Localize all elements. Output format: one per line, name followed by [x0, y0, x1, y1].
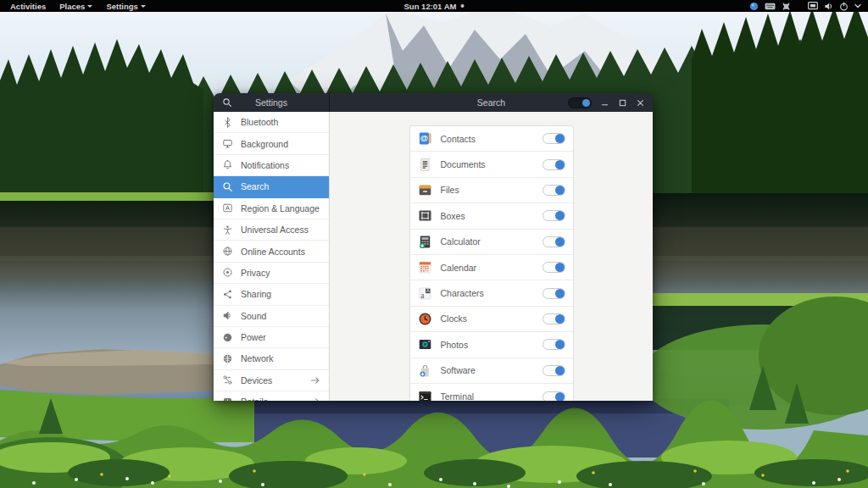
headerbar-search-button[interactable] — [221, 97, 233, 108]
arrow-right-icon — [310, 397, 320, 401]
app-search-toggle[interactable] — [542, 288, 565, 299]
app-search-toggle[interactable] — [542, 262, 565, 273]
sidebar-item-label: Search — [241, 181, 269, 191]
toggle-knob — [555, 211, 565, 220]
app-label: Calendar — [441, 263, 534, 273]
chevron-down-icon[interactable] — [854, 3, 861, 8]
app-icon — [418, 286, 432, 301]
app-icon — [418, 363, 432, 378]
sidebar-item[interactable]: Online Accounts — [214, 241, 329, 262]
sidebar-item-label: Details — [241, 396, 268, 401]
search-app-row[interactable]: Terminal — [410, 384, 573, 401]
sidebar-item[interactable]: Devices — [214, 370, 329, 391]
top-bar-menu-item[interactable]: Settings — [99, 0, 152, 12]
app-search-toggle[interactable] — [542, 339, 565, 350]
sidebar-item-label: Bluetooth — [241, 117, 278, 127]
sidebar-item[interactable]: Power — [214, 327, 329, 348]
app-label: Clocks — [441, 313, 534, 324]
sidebar-item[interactable]: Sharing — [214, 284, 329, 305]
top-bar-menu-item[interactable]: Places — [53, 0, 99, 12]
search-app-row[interactable]: Characters — [410, 280, 573, 306]
toggle-knob — [555, 289, 565, 298]
search-app-row[interactable]: Contacts — [410, 126, 573, 152]
sidebar-item-icon — [222, 396, 233, 401]
maximize-button[interactable] — [618, 93, 627, 112]
app-label: Files — [441, 185, 534, 195]
app-icon — [418, 235, 432, 249]
search-master-toggle[interactable] — [568, 97, 592, 108]
app-label: Contacts — [441, 134, 534, 144]
top-bar: Activities Places Settings Sun 12:01 AM — [0, 0, 868, 12]
search-app-row[interactable]: Boxes — [410, 203, 573, 229]
sidebar-item[interactable]: Bluetooth — [214, 112, 329, 133]
search-app-row[interactable]: Calendar — [410, 255, 573, 280]
app-search-toggle[interactable] — [542, 313, 565, 324]
power-icon[interactable] — [839, 2, 849, 11]
minimize-button[interactable] — [600, 93, 609, 112]
sidebar-item-icon — [222, 117, 233, 128]
app-search-toggle[interactable] — [542, 133, 565, 144]
app-label: Documents — [441, 159, 534, 169]
sidebar-item[interactable]: Sound — [214, 306, 329, 327]
headerbar-main-section: Search — [330, 93, 653, 112]
sidebar-item[interactable]: Network — [214, 348, 329, 369]
sidebar-item-icon — [222, 246, 233, 257]
sidebar-item[interactable]: Details — [214, 391, 329, 401]
close-button[interactable] — [636, 93, 645, 112]
menu-label: Activities — [10, 2, 46, 11]
volume-icon[interactable] — [824, 2, 833, 11]
sidebar-item-label: Online Accounts — [241, 247, 305, 257]
sidebar-item[interactable]: Privacy — [214, 263, 329, 284]
tray-blue-orb-icon[interactable] — [749, 2, 759, 11]
toggle-knob — [555, 340, 565, 349]
settings-window: Settings Search — [214, 93, 653, 401]
sidebar-item-icon — [222, 202, 233, 214]
app-label: Calculator — [441, 236, 534, 247]
sidebar-item-icon — [222, 289, 233, 300]
app-label: Photos — [441, 340, 534, 350]
sidebar-item[interactable]: Region & Language — [214, 198, 329, 219]
search-app-row[interactable]: Clocks — [410, 307, 573, 332]
toggle-knob — [555, 160, 565, 169]
app-icon — [418, 312, 432, 326]
app-icon — [418, 390, 432, 401]
maximize-icon — [619, 99, 626, 107]
sidebar-item-icon — [222, 181, 233, 192]
search-panel: Contacts Documents Files — [330, 112, 653, 401]
search-app-row[interactable]: Software — [410, 358, 573, 384]
close-icon — [637, 99, 644, 107]
app-search-toggle[interactable] — [542, 365, 565, 376]
tray-app-icon[interactable] — [782, 2, 791, 11]
search-app-row[interactable]: Documents — [410, 152, 573, 177]
app-icon — [418, 131, 432, 146]
app-search-toggle[interactable] — [542, 210, 565, 221]
app-search-toggle[interactable] — [542, 391, 565, 401]
search-app-row[interactable]: Photos — [410, 332, 573, 358]
sidebar-item[interactable]: Background — [214, 133, 329, 154]
sidebar-item-icon — [222, 310, 233, 321]
sidebar-item-label: Region & Language — [241, 203, 320, 214]
top-bar-menu-item[interactable]: Activities — [3, 0, 53, 12]
clock-label: Sun 12:01 AM — [404, 2, 457, 11]
sidebar-item-label: Power — [241, 332, 266, 342]
sidebar-item-label: Universal Access — [241, 225, 309, 235]
headerbar[interactable]: Settings Search — [214, 93, 653, 112]
search-app-row[interactable]: Files — [410, 178, 573, 203]
tray-keyboard-icon[interactable] — [765, 2, 776, 11]
sidebar-item[interactable]: Search — [214, 176, 329, 197]
toggle-knob — [555, 366, 565, 375]
app-icon — [418, 208, 432, 223]
sidebar-item[interactable]: Notifications — [214, 155, 329, 176]
clock-button[interactable]: Sun 12:01 AM — [404, 0, 465, 12]
app-icon — [418, 158, 432, 172]
toggle-knob — [582, 99, 590, 107]
app-search-toggle[interactable] — [542, 185, 565, 196]
display-icon[interactable] — [808, 2, 818, 10]
app-search-toggle[interactable] — [542, 159, 565, 170]
app-label: Software — [441, 365, 534, 375]
app-search-toggle[interactable] — [542, 236, 565, 247]
search-icon — [222, 97, 232, 108]
search-app-row[interactable]: Calculator — [410, 230, 573, 255]
sidebar-item-icon — [222, 159, 233, 170]
sidebar-item[interactable]: Universal Access — [214, 219, 329, 241]
